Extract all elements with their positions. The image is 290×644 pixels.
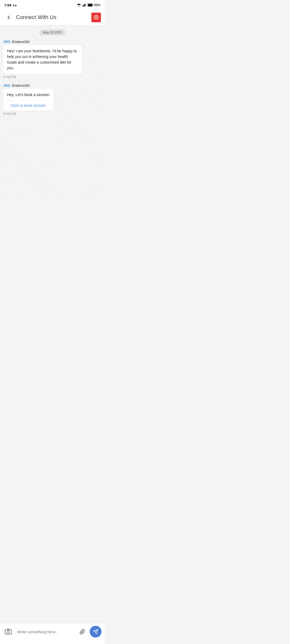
svg-rect-5 <box>88 4 92 6</box>
svg-rect-0 <box>82 5 83 6</box>
chat-area: May 23 2023 JBG Endura101 Hey! I am your… <box>0 25 105 208</box>
svg-point-7 <box>95 17 97 18</box>
status-bar: 7:04 ▶▶ <box>0 0 105 10</box>
back-button[interactable] <box>4 13 13 22</box>
tata-play-icon: ▶▶ <box>13 4 17 7</box>
message-time-1: 07:03 PM <box>3 75 102 79</box>
message-text-2: Hey, Let's book a session <box>7 93 49 97</box>
sender-jbg-2: JBG <box>3 83 10 87</box>
svg-rect-3 <box>86 3 86 6</box>
message-block-2: JBG Endura101 Hey, Let's book a session … <box>3 83 102 115</box>
svg-rect-6 <box>94 16 98 19</box>
sender-label: JBG Endura101 <box>3 40 102 44</box>
svg-rect-1 <box>84 5 84 6</box>
battery-icon: 99% <box>88 3 100 7</box>
message-bubble-1: Hey! I am your Nutritionist. I'd be happ… <box>3 45 82 74</box>
date-label-container: May 23 2023 <box>3 30 102 35</box>
status-bar-right: 99% <box>77 3 100 8</box>
sender-name-2: Endura101 <box>12 83 30 87</box>
header: Connect With Us <box>0 10 105 25</box>
signal-icon <box>82 3 86 8</box>
sender-jbg: JBG <box>3 40 10 44</box>
image-button[interactable] <box>91 13 101 22</box>
wifi-icon <box>77 3 81 8</box>
header-title: Connect With Us <box>16 14 91 20</box>
sender-label-2: JBG Endura101 <box>3 83 102 87</box>
book-session-link[interactable]: Click to book session <box>7 100 49 108</box>
sender-name: Endura101 <box>12 40 30 44</box>
message-text-1: Hey! I am your Nutritionist. I'd be happ… <box>7 49 77 70</box>
message-bubble-2: Hey, Let's book a session Click to book … <box>3 89 53 111</box>
date-label: May 23 2023 <box>39 30 65 35</box>
status-time: 7:04 <box>4 3 11 7</box>
message-block: JBG Endura101 Hey! I am your Nutritionis… <box>3 40 102 79</box>
status-bar-left: 7:04 ▶▶ <box>4 3 17 7</box>
svg-rect-2 <box>85 4 85 6</box>
message-time-2: 07:03 PM <box>3 112 102 115</box>
